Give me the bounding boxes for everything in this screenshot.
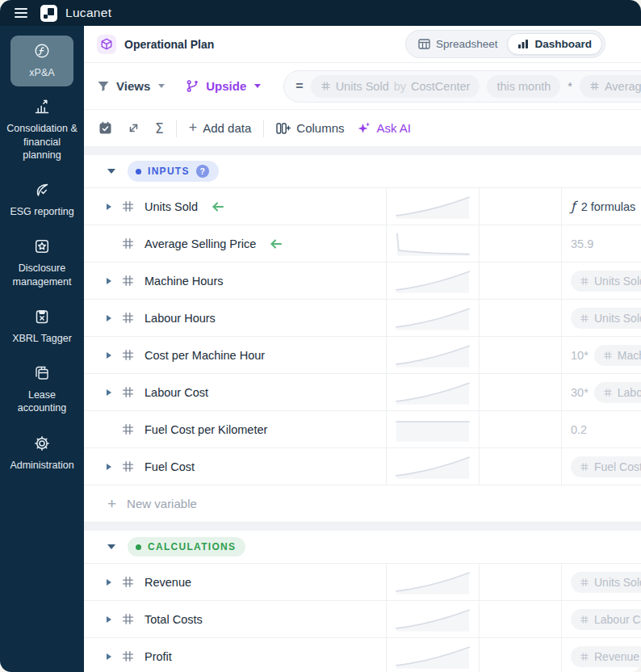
formula-cell[interactable]: Fuel Cost per Kilometer [562,448,641,485]
calendar-check-icon[interactable] [98,121,112,135]
table-row[interactable]: Labour HoursUnits Sold [84,300,641,337]
expand-caret-icon[interactable] [107,278,111,284]
sparkline-cell[interactable] [387,225,480,262]
sidebar-item-disclosure[interactable]: Disclosure management [0,237,84,288]
variable-name-cell[interactable]: Labour Hours [84,300,387,336]
variable-name-cell[interactable]: Profit [84,638,387,672]
expand-caret-icon[interactable] [107,616,111,623]
columns-button[interactable]: Columns [276,121,344,135]
variable-name-cell[interactable]: Cost per Machine Hour [84,337,387,373]
help-badge[interactable]: ? [196,165,209,178]
table-row[interactable]: Fuel CostFuel Cost per Kilometer [84,448,641,485]
expand-caret-icon[interactable] [107,352,111,359]
empty-cell[interactable] [480,374,562,410]
formula-cell[interactable]: Units Sold [562,564,641,600]
empty-cell[interactable] [480,638,562,672]
empty-cell[interactable] [480,262,562,299]
empty-cell[interactable] [480,601,562,637]
variable-name-cell[interactable]: Average Selling Price [84,225,387,262]
formula-bar[interactable]: = Units SoldbyCostCenterthis month*Avera… [283,70,641,103]
variable-ref-pill[interactable]: Fuel Cost per Kilometer [571,456,641,477]
new-variable-button[interactable]: +New variable [84,485,641,523]
table-row[interactable]: Labour Cost30*Labour Hours [84,374,641,411]
table-row[interactable]: Fuel Cost per Kilometer0.2 [84,411,641,448]
scenario-button[interactable]: Upside [186,79,261,93]
table-row[interactable]: Units Soldƒ2 formulas [84,188,641,225]
sidebar-item-esg[interactable]: ESG reporting [0,181,84,218]
variable-name-cell[interactable]: Labour Cost [84,374,387,410]
variable-ref-pill[interactable]: Labour Hours [594,382,641,403]
formula-cell[interactable]: Units Sold [562,300,641,336]
empty-cell[interactable] [480,188,562,225]
sparkline-cell[interactable] [387,448,480,485]
expand-caret-icon[interactable] [107,653,111,660]
sidebar-item-xbrl[interactable]: XBRL Tagger [0,308,84,345]
expand-caret-icon[interactable] [107,579,111,586]
formula-cell[interactable]: ƒ2 formulas [562,188,641,225]
formula-cell[interactable]: Units Sold [562,262,641,299]
sparkline-cell[interactable] [387,188,480,225]
variable-ref-pill[interactable]: Units Sold [571,308,641,329]
table-row[interactable]: RevenueUnits Sold [84,564,641,601]
formula-cell[interactable]: 10*Machine Hours [562,337,641,373]
expand-caret-icon[interactable] [107,204,111,210]
empty-cell[interactable] [480,448,562,485]
sparkline-cell[interactable] [387,638,480,672]
formula-cell[interactable]: 35.9 [562,225,641,262]
sidebar-item-administration[interactable]: Administration [0,435,84,472]
variable-name-cell[interactable]: Fuel Cost per Kilometer [84,411,387,447]
sparkline-cell[interactable] [387,601,480,637]
formula-token[interactable]: this month [487,75,560,98]
table-row[interactable]: Total CostsLabour Cost [84,601,641,638]
section-pill-inputs[interactable]: INPUTS? [128,161,219,182]
sidebar-item-consolidation[interactable]: Consolidation & financial planning [0,98,84,162]
formula-cell[interactable]: 0.2 [562,411,641,447]
views-button[interactable]: Views [97,79,165,93]
empty-cell[interactable] [480,337,562,373]
expand-caret-icon[interactable] [107,389,111,396]
tab-spreadsheet[interactable]: Spreadsheet [408,34,508,54]
sparkline-cell[interactable] [387,300,480,336]
formula-cell[interactable]: 30*Labour Hours [562,374,641,410]
table-row[interactable]: ProfitRevenue [84,638,641,672]
sparkline-cell[interactable] [387,262,480,299]
menu-icon[interactable] [15,8,27,18]
variable-ref-pill[interactable]: Units Sold [571,572,641,593]
lucanet-logo-icon[interactable] [40,5,57,22]
sparkline-cell[interactable] [387,411,480,447]
variable-ref-pill[interactable]: Units Sold [571,271,641,292]
table-row[interactable]: Cost per Machine Hour10*Machine Hours [84,337,641,374]
variable-name-cell[interactable]: Units Sold [84,188,387,225]
variable-ref-pill[interactable]: Machine Hours [594,345,641,366]
sparkline-cell[interactable] [387,374,480,410]
variable-ref-pill[interactable]: Labour Cost [571,609,641,630]
empty-cell[interactable] [480,300,562,336]
sigma-icon[interactable]: Σ [155,120,164,136]
table-row[interactable]: Average Selling Price35.9 [84,225,641,262]
collapse-caret-icon[interactable] [107,544,115,549]
section-pill-calculations[interactable]: CALCULATIONS [128,537,245,556]
variable-name-cell[interactable]: Revenue [84,564,387,600]
formula-cell[interactable]: Labour Cost [562,601,641,637]
sparkline-cell[interactable] [387,337,480,373]
table-row[interactable]: Machine HoursUnits Sold [84,262,641,300]
formula-cell[interactable]: Revenue [562,638,641,672]
expand-icon[interactable] [128,122,140,134]
sparkline-cell[interactable] [387,564,480,600]
ask-ai-button[interactable]: Ask AI [357,121,412,136]
expand-caret-icon[interactable] [107,464,111,470]
variable-ref-pill[interactable]: Revenue [571,646,641,667]
formula-token[interactable]: Units SoldbyCostCenter [311,75,480,98]
expand-caret-icon[interactable] [107,315,111,321]
empty-cell[interactable] [480,564,562,600]
sidebar-item-xpa[interactable]: xP&A [10,36,73,86]
variable-name-cell[interactable]: Fuel Cost [84,448,387,485]
collapse-caret-icon[interactable] [107,169,115,174]
variable-name-cell[interactable]: Machine Hours [84,262,387,299]
sidebar-item-lease[interactable]: Lease accounting [0,364,84,415]
formula-token[interactable]: Average Selling Price [580,75,641,98]
tab-dashboard[interactable]: Dashboard [507,33,602,55]
add-data-button[interactable]: + Add data [189,120,252,136]
empty-cell[interactable] [480,225,562,262]
variable-name-cell[interactable]: Total Costs [84,601,387,637]
